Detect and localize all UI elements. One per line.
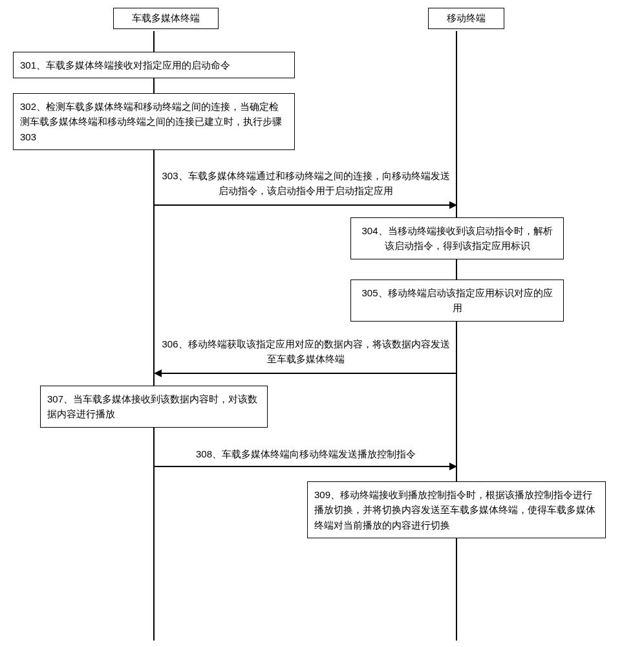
step-304: 304、当移动终端接收到该启动指令时，解析该启动指令，得到该指定应用标识: [350, 217, 564, 259]
lane-header-right: 移动终端: [428, 8, 504, 29]
msg-303-label: 303、车载多媒体终端通过和移动终端之间的连接，向移动终端发送启动指令，该启动指…: [157, 168, 455, 199]
step-301: 301、车载多媒体终端接收对指定应用的启动命令: [13, 52, 295, 78]
step-305: 305、移动终端启动该指定应用标识对应的应用: [350, 280, 564, 322]
msg-306-arrowhead: [154, 369, 162, 377]
sequence-diagram: 车载多媒体终端 移动终端 301、车载多媒体终端接收对指定应用的启动命令 302…: [0, 0, 644, 647]
lifeline-right: [456, 31, 457, 641]
step-307: 307、当车载多媒体接收到该数据内容时，对该数据内容进行播放: [40, 386, 268, 428]
msg-308-line: [155, 466, 451, 467]
msg-303-arrowhead: [449, 201, 457, 209]
msg-308-arrowhead: [449, 463, 457, 470]
msg-306-label: 306、移动终端获取该指定应用对应的数据内容，将该数据内容发送至车载多媒体终端: [157, 336, 455, 367]
lane-header-left: 车载多媒体终端: [113, 8, 219, 29]
msg-306-line: [161, 373, 457, 374]
msg-308-label: 308、车载多媒体终端向移动终端发送播放控制指令: [157, 446, 455, 461]
step-309: 309、移动终端接收到播放控制指令时，根据该播放控制指令进行播放切换，并将切换内…: [307, 481, 606, 538]
step-302: 302、检测车载多媒体终端和移动终端之间的连接，当确定检测车载多媒体终端和移动终…: [13, 93, 295, 150]
msg-303-line: [155, 204, 451, 206]
